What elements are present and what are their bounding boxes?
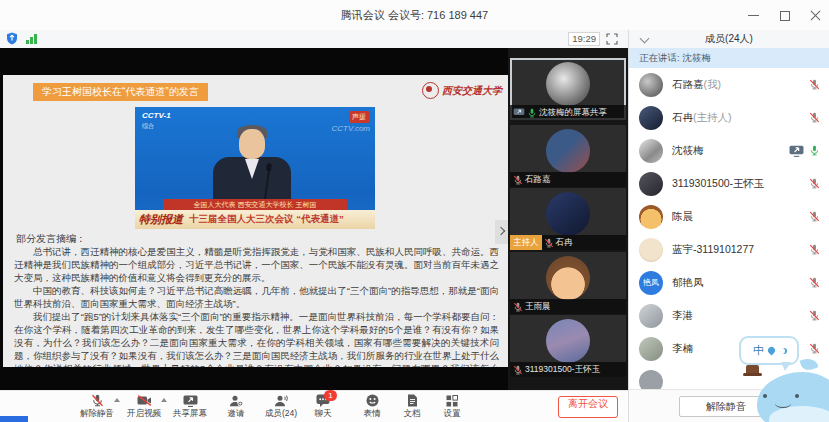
mic-muted-icon (513, 365, 523, 375)
unmute-button[interactable]: 解除静音 (75, 394, 119, 421)
video-tile[interactable]: 3119301500-王怀玉 (510, 315, 626, 377)
leave-meeting-button[interactable]: 离开会议 (558, 396, 618, 418)
member-row[interactable] (629, 365, 829, 390)
tile-label: 石路嘉 (525, 174, 551, 186)
avatar (639, 106, 663, 130)
meeting-statusbar: 19:29 (0, 30, 628, 48)
document-icon (407, 394, 418, 407)
mic-muted-icon (809, 343, 820, 354)
avatar (546, 319, 590, 363)
mic-muted-icon (513, 302, 523, 312)
mic-muted-icon (809, 79, 820, 90)
avatar (639, 172, 663, 196)
invite-button[interactable]: 邀请 (214, 394, 258, 421)
host-badge: 主持人 (510, 235, 542, 250)
meeting-timer: 19:29 (568, 32, 600, 46)
slide-banner: 学习王树国校长在“代表通道”的发言 (33, 83, 208, 101)
paragraph: 我们提出了“跑5”的计划来具体落实“三个面向”的重要指示精神。一是面向世界科技前… (14, 310, 499, 367)
member-row[interactable]: 石路嘉(我) (629, 68, 829, 101)
avatar (639, 139, 663, 163)
member-row[interactable]: 3119301500-王怀玉 (629, 167, 829, 200)
docs-button[interactable]: 文档 (390, 394, 434, 421)
video-tile[interactable]: 王雨晨 (510, 252, 626, 314)
collapse-chevron-icon[interactable] (640, 34, 650, 44)
network-signal-icon[interactable] (26, 32, 37, 45)
mic-muted-icon (809, 277, 820, 288)
close-icon[interactable] (810, 10, 821, 21)
avatar (639, 304, 663, 328)
video-tile[interactable]: 石路嘉 (510, 125, 626, 187)
share-screen-button[interactable]: 共享屏幕 (168, 394, 212, 421)
settings-button[interactable]: 设置 (430, 394, 474, 421)
titlebar: 腾讯会议 会议号: 716 189 447 (0, 0, 829, 31)
avatar (639, 205, 663, 229)
minimize-icon[interactable] (748, 10, 759, 21)
mic-muted-icon (809, 112, 820, 123)
video-options-caret-icon[interactable] (161, 398, 167, 402)
security-shield-icon[interactable] (6, 32, 18, 45)
members-list: 石路嘉(我) 石冉(主持人) 沈筱梅 3119301500-王怀玉 (629, 68, 829, 390)
xjtu-logo: 西安交通大学 (422, 82, 502, 99)
members-icon (274, 394, 288, 407)
avatar (639, 337, 663, 361)
mic-muted-icon (513, 175, 523, 185)
fullscreen-icon[interactable] (606, 33, 618, 45)
smiley-icon (366, 394, 379, 407)
meeting-window: 腾讯会议 会议号: 716 189 447 19:29 学习王树国校长在“代表通… (0, 0, 829, 422)
avatar: 艳凤 (639, 271, 663, 295)
members-button[interactable]: 成员(24) (259, 394, 303, 421)
start-video-button[interactable]: 开启视频 (122, 394, 166, 421)
member-row[interactable]: 蓝宇-3119101277 (629, 233, 829, 266)
news-headline: 十三届全国人大三次会议 “代表通道” (189, 213, 375, 226)
mic-muted-icon (544, 238, 554, 248)
speaking-indicator: 正在讲话: 沈筱梅 (629, 48, 829, 68)
members-panel: 成员(24人) 正在讲话: 沈筱梅 石路嘉(我) 石冉(主持人) 沈筱梅 (628, 30, 829, 422)
tile-label: 3119301500-王怀玉 (525, 364, 600, 376)
mic-muted-icon (809, 211, 820, 222)
avatar (546, 129, 590, 173)
speech-text: 总书记讲，西迁精神的核心是爱国主义，精髓是听党指挥跟党走，与党和国家、民族和人民… (14, 245, 499, 367)
tile-label: 石冉 (556, 237, 573, 249)
chat-unread-badge: 1 (324, 390, 337, 401)
news-video-player[interactable]: CCTV-1综合 声援 CCTV.com 全国人大代表 西安交通大学校长 王树国… (135, 107, 375, 229)
avatar (546, 62, 590, 106)
video-tile-sharing[interactable]: 沈筱梅的屏幕共享 (510, 58, 626, 120)
chat-button[interactable]: 聊天 1 (301, 394, 345, 421)
video-corner-badge: 声援 (349, 111, 369, 123)
mic-muted-icon (809, 178, 820, 189)
mic-active-icon (809, 145, 820, 156)
news-banner: 特别报道 十三届全国人大三次会议 “代表通道” (135, 210, 375, 229)
paragraph: 中国的教育、科技该如何走？习近平总书记高瞻远瞩，几年前，他就提出了“三个面向”的… (14, 284, 499, 310)
camera-off-icon (137, 394, 152, 407)
avatar (639, 370, 663, 391)
screen-share-stage: 学习王树国校长在“代表通道”的发言 西安交通大学 CCTV-1综合 声援 CCT… (0, 48, 508, 390)
xjtu-seal-icon (422, 82, 439, 99)
members-footer: 解除静音 (629, 389, 829, 422)
member-row[interactable]: 李楠 (629, 332, 829, 365)
window-title: 腾讯会议 会议号: 716 189 447 (0, 8, 829, 23)
reactions-button[interactable]: 表情 (350, 394, 394, 421)
cctv-logo: CCTV-1综合 (142, 112, 171, 130)
screen-share-icon (513, 108, 525, 117)
screen-share-icon (789, 145, 804, 157)
members-count: 成员(24人) (705, 33, 753, 44)
member-row-sharing[interactable]: 沈筱梅 (629, 134, 829, 167)
panel-unmute-button[interactable]: 解除静音 (679, 396, 773, 417)
maximize-icon[interactable] (779, 10, 790, 21)
mic-options-caret-icon[interactable] (114, 398, 120, 402)
member-row[interactable]: 艳凤 郁艳凤 (629, 266, 829, 299)
mic-muted-icon (809, 244, 820, 255)
video-thumbnail-strip: 沈筱梅的屏幕共享 石路嘉 主持人 石冉 王雨晨 (508, 48, 628, 390)
video-tile-host[interactable]: 主持人 石冉 (510, 188, 626, 250)
member-row[interactable]: 李港 (629, 299, 829, 332)
member-row[interactable]: 石冉(主持人) (629, 101, 829, 134)
special-report-label: 特别报道 (139, 212, 183, 227)
window-controls (748, 0, 821, 30)
next-page-chevron-icon[interactable] (495, 220, 508, 244)
tile-label: 沈筱梅的屏幕共享 (539, 107, 607, 119)
shared-document: 学习王树国校长在“代表通道”的发言 西安交通大学 CCTV-1综合 声援 CCT… (3, 75, 508, 367)
excerpt-label: 部分发言摘编： (16, 232, 86, 246)
settings-grid-icon (446, 394, 458, 407)
avatar (546, 256, 590, 300)
member-row[interactable]: 陈晨 (629, 200, 829, 233)
